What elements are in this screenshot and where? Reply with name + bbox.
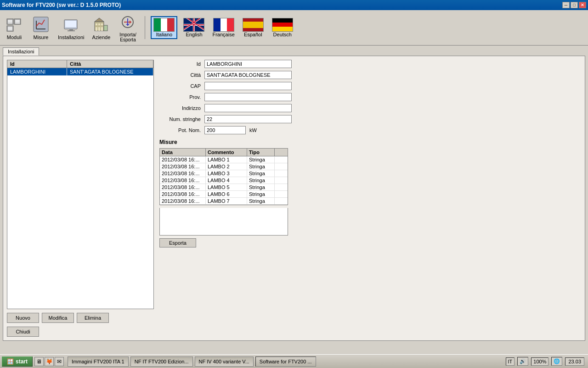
misure-data-6: 2012/03/08 16:... <box>160 198 206 204</box>
misure-row[interactable]: 2012/03/08 16:... LAMBO 1 Stringa <box>160 156 288 163</box>
svg-marker-32 <box>126 24 130 26</box>
misure-empty-area <box>159 208 288 236</box>
field-row-cap: CAP <box>159 82 581 90</box>
svg-marker-30 <box>130 20 131 24</box>
svg-rect-1 <box>8 20 12 21</box>
elimina-button[interactable]: Elimina <box>77 313 109 323</box>
svg-rect-9 <box>8 27 12 28</box>
installazioni-icon <box>62 15 80 34</box>
svg-rect-21 <box>98 23 100 25</box>
header-city: Città <box>67 60 153 68</box>
id-input[interactable] <box>204 60 292 68</box>
num-stringhe-input[interactable] <box>204 115 292 123</box>
toolbar-installazioni[interactable]: Installazioni <box>56 14 86 41</box>
cap-input[interactable] <box>204 82 292 90</box>
lang-francaise-label: Française <box>212 32 234 37</box>
tab-installazioni[interactable]: Installazioni <box>3 47 39 56</box>
misure-tipo-4: Stringa <box>247 184 275 190</box>
esporta-button[interactable]: Esporta <box>159 238 196 247</box>
aziende-label: Aziende <box>92 34 111 40</box>
misure-row[interactable]: 2012/03/08 16:... LAMBO 5 Stringa <box>160 184 288 191</box>
num-stringhe-label: Num. stringhe <box>159 116 201 122</box>
left-buttons: Nuovo Modifica Elimina <box>7 313 154 323</box>
misure-tipo-5: Stringa <box>247 191 275 197</box>
toolbar-moduli[interactable]: Moduli <box>3 14 26 41</box>
misure-icon <box>32 15 50 34</box>
misure-data-0: 2012/03/08 16:... <box>160 156 206 163</box>
start-button[interactable]: 🪟 start <box>2 356 33 367</box>
lang-italiano[interactable]: Italiano <box>151 16 177 39</box>
lang-espanol[interactable]: Español <box>240 17 266 38</box>
misure-row[interactable]: 2012/03/08 16:... LAMBO 6 Stringa <box>160 191 288 198</box>
minimize-button[interactable]: ─ <box>562 2 570 8</box>
moduli-icon <box>5 15 23 34</box>
cap-label: CAP <box>159 83 201 89</box>
close-button[interactable]: ✕ <box>579 2 586 8</box>
misure-header-data: Data <box>160 149 206 156</box>
flag-it <box>153 18 175 32</box>
titlebar: Software for FTV200 (sw ver.: D 1.5.0 PR… <box>0 0 588 10</box>
misure-row[interactable]: 2012/03/08 16:... LAMBO 7 Stringa <box>160 198 288 205</box>
svg-rect-5 <box>15 20 20 21</box>
misure-comment-5: LAMBO 6 <box>206 191 247 197</box>
toolbar-importa-esporta[interactable]: Importa/ Esporta <box>116 12 139 43</box>
taskbar-item-3[interactable]: Software for FTV200 ... <box>255 356 316 367</box>
citta-input[interactable] <box>204 71 292 79</box>
flag-en <box>183 18 204 32</box>
citta-label: Città <box>159 72 201 78</box>
misure-data-4: 2012/03/08 16:... <box>160 184 206 190</box>
row-id: LAMBORGHINI <box>7 68 67 75</box>
titlebar-title: Software for FTV200 (sw ver.: D 1.5.0 PR… <box>2 2 121 8</box>
indirizzo-label: Indirizzo <box>159 105 201 111</box>
svg-rect-23 <box>96 27 97 31</box>
svg-rect-11 <box>8 29 12 30</box>
toolbar-aziende[interactable]: Aziende <box>90 14 113 41</box>
misure-row[interactable]: 2012/03/08 16:... LAMBO 3 Stringa <box>160 170 288 177</box>
misure-tipo-1: Stringa <box>247 163 275 170</box>
pot-nom-unit: kW <box>249 127 257 133</box>
modifica-button[interactable]: Modifica <box>42 313 74 323</box>
lang-deutsch-label: Deutsch <box>273 32 292 37</box>
svg-rect-16 <box>65 21 76 27</box>
taskbar-item-2[interactable]: NF IV 400 variante V... <box>195 356 254 367</box>
misure-header-commento: Commento <box>206 149 247 156</box>
misure-comment-4: LAMBO 5 <box>206 184 247 190</box>
table-row[interactable]: LAMBORGHINI SANT'AGATA BOLOGNESE <box>7 68 153 75</box>
quicklaunch-icon-1[interactable]: 🖥 <box>34 357 44 366</box>
lang-english[interactable]: English <box>181 17 207 38</box>
misure-section-title: Misure <box>159 139 581 145</box>
misure-comment-0: LAMBO 1 <box>206 156 247 163</box>
misure-data-3: 2012/03/08 16:... <box>160 177 206 184</box>
taskbar-item-1[interactable]: NF IT FTV200 Edizion... <box>130 356 193 367</box>
quick-launch: 🖥 🦊 ✉ <box>34 357 64 366</box>
nuovo-button[interactable]: Nuovo <box>7 313 39 323</box>
misure-row[interactable]: 2012/03/08 16:... LAMBO 4 Stringa <box>160 177 288 184</box>
misure-comment-1: LAMBO 2 <box>206 163 247 170</box>
quicklaunch-icon-2[interactable]: 🦊 <box>45 357 54 366</box>
svg-rect-17 <box>69 29 73 30</box>
flag-es <box>243 18 264 32</box>
indirizzo-input[interactable] <box>204 104 292 112</box>
field-row-citta: Città <box>159 71 581 79</box>
misure-row[interactable]: 2012/03/08 16:... LAMBO 2 Stringa <box>160 163 288 170</box>
misure-data-1: 2012/03/08 16:... <box>160 163 206 170</box>
main-panel: Id Città LAMBORGHINI SANT'AGATA BOLOGNES… <box>3 56 585 341</box>
lang-english-label: English <box>186 32 202 37</box>
installations-table: Id Città LAMBORGHINI SANT'AGATA BOLOGNES… <box>7 60 154 309</box>
misure-comment-3: LAMBO 4 <box>206 177 247 184</box>
taskbar-item-0[interactable]: Immagini FTV200 ITA 1 <box>68 356 129 367</box>
misure-data-5: 2012/03/08 16:... <box>160 191 206 197</box>
misure-data-2: 2012/03/08 16:... <box>160 170 206 177</box>
flag-fr <box>213 18 234 32</box>
pot-nom-label: Pot. Nom. <box>159 127 201 133</box>
flag-de <box>272 18 293 32</box>
quicklaunch-icon-3[interactable]: ✉ <box>55 357 64 366</box>
toolbar-misure[interactable]: Misure <box>29 14 52 41</box>
prov-input[interactable] <box>204 93 292 101</box>
maximize-button[interactable]: □ <box>571 2 578 8</box>
chiudi-button[interactable]: Chiudi <box>7 327 39 337</box>
lang-deutsch[interactable]: Deutsch <box>270 17 295 38</box>
left-panel: Id Città LAMBORGHINI SANT'AGATA BOLOGNES… <box>7 60 154 337</box>
pot-nom-input[interactable] <box>204 126 246 134</box>
lang-francaise[interactable]: Française <box>210 17 236 38</box>
